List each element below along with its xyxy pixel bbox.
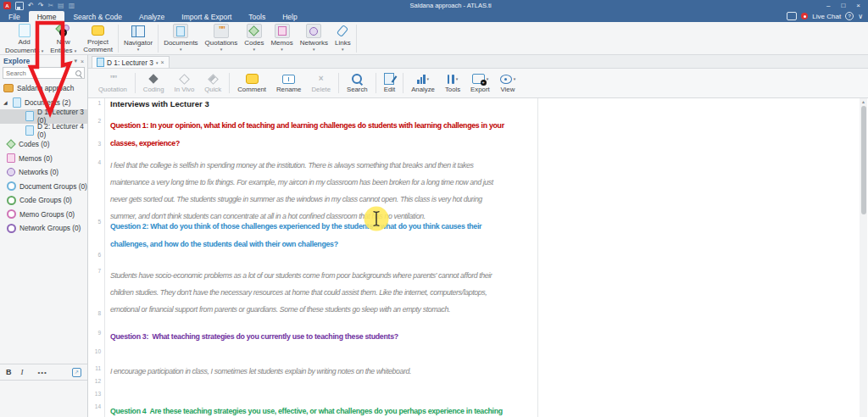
tools-button[interactable]: ▾ Tools xyxy=(440,73,465,93)
project-icon xyxy=(3,84,14,92)
tab-search-and-code[interactable]: Search & Code xyxy=(64,11,131,22)
memos-button[interactable]: Memos ▾ xyxy=(267,23,296,54)
new-entities-label: New xyxy=(57,38,70,47)
document-icon xyxy=(97,58,104,67)
line-number: 14 xyxy=(88,403,101,409)
tab-help[interactable]: Help xyxy=(274,11,305,22)
live-chat-label[interactable]: Live Chat xyxy=(812,13,841,20)
tab-home[interactable]: Home xyxy=(29,11,65,22)
add-documents-label: Add xyxy=(18,38,30,47)
search-button[interactable]: Search xyxy=(342,73,373,93)
document-tab-d1-lecturer-3[interactable]: D 1: Lecturer 3 ▾ × xyxy=(92,56,170,68)
caret-down-icon: ▾ xyxy=(42,48,44,53)
document-content[interactable]: 1 2 3 4 5 6 7 8 9 10 11 12 13 14 Intervi… xyxy=(88,98,868,417)
navigator-button[interactable]: Navigator ▾ xyxy=(120,23,156,54)
minimize-button[interactable]: – xyxy=(826,2,830,9)
in-vivo-button: In Vivo xyxy=(170,73,200,93)
tree-item-networks[interactable]: Networks (0) xyxy=(0,165,87,180)
coding-button: Coding xyxy=(138,73,170,93)
more-options-button[interactable]: ••• xyxy=(38,369,47,376)
tab-caret-icon[interactable]: ▾ xyxy=(156,60,159,65)
tree-item-network-groups[interactable]: Network Groups (0) xyxy=(0,221,87,236)
close-button[interactable]: × xyxy=(856,2,860,9)
search-input[interactable] xyxy=(6,70,75,77)
open-external-icon[interactable]: ↗ xyxy=(72,368,81,377)
line-number: 9 xyxy=(88,330,101,336)
tab-close-icon[interactable]: × xyxy=(160,59,164,65)
document-tab-title: D 1: Lecturer 3 xyxy=(107,58,153,67)
caret-down-icon: ▾ xyxy=(281,47,283,52)
toolbar-separator xyxy=(376,73,376,93)
networks-button[interactable]: Networks ▾ xyxy=(297,23,331,54)
document-pane: D 1: Lecturer 3 ▾ × Quotation Coding In xyxy=(88,55,868,417)
tab-tools[interactable]: Tools xyxy=(240,11,274,22)
question-2: Question 2: What do you think of those c… xyxy=(110,218,537,253)
search-icon xyxy=(352,74,362,84)
caret-down-icon: ▾ xyxy=(180,47,182,52)
codes-button[interactable]: Codes ▾ xyxy=(241,23,267,54)
tree-item-code-groups[interactable]: Code Groups (0) xyxy=(0,193,87,208)
links-button[interactable]: Links ▾ xyxy=(331,23,354,54)
scrollbar-thumb[interactable] xyxy=(861,106,866,214)
panel-options-icon[interactable]: ▾ xyxy=(74,58,77,64)
quick-coding-icon xyxy=(208,74,219,85)
vertical-scrollbar[interactable]: ▲ xyxy=(860,98,867,417)
comment-button[interactable]: Comment xyxy=(232,73,271,93)
chevron-down-icon[interactable]: ∨ xyxy=(858,13,863,20)
navigator-icon xyxy=(131,25,145,37)
tree-item-d2-lecturer-4[interactable]: D 2: Lecturer 4 (0) xyxy=(0,124,87,138)
atlas-ti-logo-icon: A xyxy=(3,2,11,9)
expander-icon[interactable]: ◢ xyxy=(3,99,9,105)
tab-analyze[interactable]: Analyze xyxy=(131,11,173,22)
maximize-button[interactable]: □ xyxy=(841,2,845,9)
view-icon xyxy=(500,75,512,84)
view-button[interactable]: ▾ View xyxy=(495,73,521,93)
tab-import-export[interactable]: Import & Export xyxy=(173,11,240,22)
rename-button[interactable]: Rename xyxy=(271,73,306,93)
export-button[interactable]: ▾ Export xyxy=(465,73,495,93)
redo-icon[interactable]: ↷ xyxy=(38,3,44,9)
tab-file[interactable]: File xyxy=(0,11,29,22)
edit-button[interactable]: Edit xyxy=(379,73,400,93)
sidebar-search-box[interactable] xyxy=(3,67,85,79)
tree-item-memos[interactable]: Memos (0) xyxy=(0,152,87,166)
italic-button[interactable]: I xyxy=(21,368,24,376)
explore-panel: Explore ▾ × Saldana approach ◢ Documents… xyxy=(0,55,88,417)
help-icon[interactable]: ? xyxy=(845,12,854,20)
documents-button[interactable]: Documents ▾ xyxy=(160,23,201,54)
project-comment-button[interactable]: Project Comment xyxy=(80,23,116,54)
new-entities-button[interactable]: New Entities ▾ xyxy=(47,23,80,54)
quotations-button[interactable]: Quotations ▾ xyxy=(202,23,242,54)
new-entities-icon xyxy=(56,24,70,37)
tree-item-codes[interactable]: Codes (0) xyxy=(0,137,87,152)
live-chat-area[interactable]: Live Chat ? ∨ xyxy=(787,12,863,20)
copy-icon: ▤ xyxy=(58,3,64,9)
tools-icon xyxy=(448,75,454,84)
quick-access-toolbar: A ↶ ↷ ✂ ▤ ▥ xyxy=(3,2,75,10)
undo-icon[interactable]: ↶ xyxy=(28,3,34,9)
caret-down-icon: ▾ xyxy=(220,47,223,52)
delete-button: × Delete xyxy=(306,73,336,93)
comment-edit-area[interactable] xyxy=(0,381,87,417)
bold-button[interactable]: B xyxy=(6,368,12,376)
chat-icon[interactable] xyxy=(787,12,797,20)
document-groups-icon xyxy=(7,181,16,191)
tree-item-document-groups[interactable]: Document Groups (0) xyxy=(0,180,87,194)
tree-item-memo-groups[interactable]: Memo Groups (0) xyxy=(0,208,87,222)
save-icon[interactable] xyxy=(15,2,24,10)
project-tree: Saldana approach ◢ Documents (2) D 1: Le… xyxy=(0,79,87,236)
add-documents-button[interactable]: Add Documents ▾ xyxy=(2,23,47,54)
codes-icon xyxy=(6,140,15,149)
tree-item-project[interactable]: Saldana approach xyxy=(0,81,87,96)
cut-icon: ✂ xyxy=(47,3,53,9)
add-documents-icon xyxy=(19,24,31,37)
analyze-button[interactable]: ▾ Analyze xyxy=(406,73,440,93)
code-groups-icon xyxy=(7,196,16,205)
caret-down-icon: ▾ xyxy=(456,77,459,81)
toolbar-separator xyxy=(338,73,339,93)
caret-down-icon: ▾ xyxy=(137,47,140,52)
panel-close-icon[interactable]: × xyxy=(81,58,84,64)
scroll-up-icon[interactable]: ▲ xyxy=(860,99,867,104)
caret-down-icon: ▾ xyxy=(514,77,516,81)
line-number: 2 xyxy=(88,118,101,124)
